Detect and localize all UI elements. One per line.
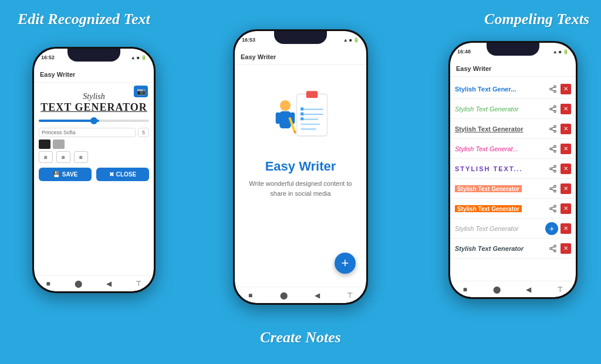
status-icons-left: ▲ ■ 🔋 — [131, 55, 147, 60]
svg-point-36 — [554, 165, 556, 168]
list-item-text-1: Stylish Text Gener... — [455, 86, 545, 93]
nav-square-center[interactable]: ■ — [248, 291, 252, 300]
align-left-btn[interactable]: ≡ — [39, 151, 53, 163]
center-app-title: Easy Writer — [265, 159, 336, 174]
list-item: Stylish Text Generator ✕ — [450, 199, 576, 219]
font-size-slider[interactable] — [39, 117, 149, 124]
delete-icon-3[interactable]: ✕ — [561, 124, 571, 134]
nav-back-center[interactable]: ◀ — [315, 291, 320, 300]
notch-right — [487, 43, 539, 56]
align-right-btn[interactable]: ≡ — [74, 151, 88, 163]
app-name-center: Easy Writer — [241, 53, 276, 60]
app-name-right: Easy Writer — [456, 65, 491, 72]
svg-line-45 — [552, 186, 554, 188]
list-item-text-3: Stylish Text Generator — [455, 125, 545, 132]
svg-line-29 — [552, 129, 554, 130]
svg-point-26 — [554, 125, 556, 128]
delete-icon-9[interactable]: ✕ — [561, 243, 571, 254]
list-item-text-6: Stylish Text Generator — [455, 185, 545, 192]
camera-icon[interactable]: 📷 — [134, 86, 148, 97]
close-icon: ✖ — [109, 171, 114, 178]
list-item: Stylish Text Generator ✕ — [450, 179, 576, 199]
list-item-text-4: Stylish Text Generat... — [455, 145, 545, 152]
text-word1: Stylish — [39, 92, 149, 101]
save-button[interactable]: 💾 SAVE — [39, 168, 92, 181]
nav-menu-left[interactable]: ⊤ — [136, 280, 141, 288]
list-item: Stylish Text Generator ✕ — [450, 239, 576, 258]
svg-point-42 — [550, 188, 552, 190]
svg-point-28 — [554, 130, 556, 132]
notch-left — [67, 49, 120, 62]
center-subtitle: Write wonderful designed content to shar… — [247, 179, 354, 198]
list-item: Stylish Text Generator ✕ — [450, 99, 576, 119]
share-icon-3[interactable] — [548, 124, 558, 134]
share-icon-1[interactable] — [548, 84, 558, 94]
nav-menu-right[interactable]: ⊤ — [557, 285, 563, 294]
color-row — [39, 140, 149, 149]
svg-point-41 — [554, 185, 556, 188]
delete-icon-4[interactable]: ✕ — [561, 144, 571, 154]
nav-square-right[interactable]: ■ — [463, 285, 467, 294]
slider-thumb[interactable] — [90, 117, 97, 124]
status-icons-center: ▲ ■ 🔋 — [343, 38, 359, 43]
status-time-left: 16:52 — [41, 55, 55, 60]
stylish-text-display: Stylish TEXT GENERATOR — [39, 92, 149, 114]
text-list: Stylish Text Gener... ✕ Stylish Text Gen… — [450, 77, 576, 261]
delete-icon-6[interactable]: ✕ — [561, 183, 571, 194]
font-select[interactable]: Princess Sofia — [39, 128, 136, 137]
svg-point-27 — [550, 128, 552, 130]
share-icon-7[interactable] — [548, 203, 558, 214]
svg-point-47 — [550, 207, 552, 210]
bottom-nav-center: ■ ⬤ ◀ ⊤ — [235, 287, 366, 303]
heading-bottom-center: Create Notes — [260, 329, 341, 346]
share-icon-9[interactable] — [548, 243, 558, 254]
svg-line-50 — [552, 206, 554, 207]
delete-icon-8[interactable]: ✕ — [561, 223, 571, 234]
svg-point-21 — [554, 106, 556, 108]
align-center-btn[interactable]: ≡ — [56, 151, 70, 163]
phone-right: 16:48 ▲ ■ 🔋 Easy Writer Stylish Text Gen… — [448, 41, 578, 299]
svg-point-23 — [554, 110, 556, 113]
svg-point-51 — [554, 245, 556, 247]
svg-point-17 — [550, 88, 552, 90]
nav-circle-center[interactable]: ⬤ — [280, 291, 288, 300]
delete-icon-5[interactable]: ✕ — [561, 164, 571, 174]
bottom-nav-left: ■ ⬤ ◀ ⊤ — [34, 275, 154, 291]
heading-right: Compeling Texts — [484, 11, 589, 28]
svg-point-18 — [554, 90, 556, 93]
delete-icon-1[interactable]: ✕ — [561, 84, 571, 94]
save-icon: 💾 — [53, 171, 60, 178]
nav-menu-center[interactable]: ⊤ — [347, 291, 353, 300]
color-box-gray[interactable] — [53, 140, 65, 149]
share-icon-4[interactable] — [548, 144, 558, 154]
fab-center[interactable]: + — [335, 253, 356, 274]
nav-circle-left[interactable]: ⬤ — [75, 280, 82, 288]
delete-icon-7[interactable]: ✕ — [561, 203, 571, 214]
svg-rect-1 — [306, 91, 318, 98]
nav-back-left[interactable]: ◀ — [106, 280, 112, 288]
close-button[interactable]: ✖ CLOSE — [96, 168, 149, 181]
nav-square-left[interactable]: ■ — [46, 280, 50, 288]
font-selector-row: Princess Sofia 5 — [39, 128, 149, 137]
svg-point-43 — [554, 190, 556, 192]
svg-point-37 — [550, 168, 552, 170]
center-phone-body: Easy Writer Write wonderful designed con… — [235, 65, 366, 210]
center-illustration — [262, 83, 339, 159]
color-box-black[interactable] — [39, 140, 50, 149]
share-icon-2[interactable] — [548, 104, 558, 114]
list-item: Stylish Text Generator ✕ — [450, 119, 576, 139]
list-item: Stylish Text Generat... ✕ — [450, 139, 576, 159]
nav-circle-right[interactable]: ⬤ — [493, 285, 501, 294]
svg-point-52 — [550, 247, 552, 250]
bottom-nav-right: ■ ⬤ ◀ ⊤ — [450, 281, 576, 297]
share-icon-6[interactable] — [548, 183, 558, 194]
svg-point-32 — [550, 148, 552, 150]
svg-point-53 — [554, 250, 556, 252]
nav-back-right[interactable]: ◀ — [526, 285, 531, 294]
delete-icon-2[interactable]: ✕ — [561, 104, 571, 114]
font-size-badge: 5 — [138, 128, 149, 137]
share-icon-5[interactable] — [548, 164, 558, 174]
list-item-text-8: Stylish Text Generator — [455, 225, 541, 232]
fab-right[interactable]: + — [545, 222, 558, 235]
svg-line-49 — [552, 209, 554, 210]
